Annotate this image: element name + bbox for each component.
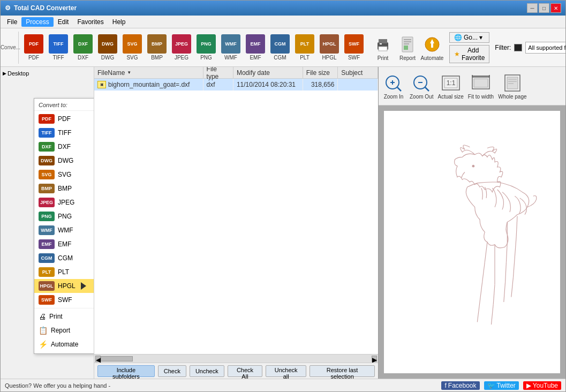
- dxf-icon: DXF: [73, 34, 93, 54]
- menu-file[interactable]: File: [3, 17, 21, 27]
- include-subfolders-button[interactable]: Include subfolders: [97, 365, 155, 377]
- toolbar-cgm[interactable]: CGM CGM: [268, 33, 292, 62]
- ctx-print[interactable]: 🖨 Print: [34, 310, 94, 323]
- ctx-png[interactable]: PNG PNG: [34, 209, 94, 223]
- toolbar-png[interactable]: PNG PNG: [194, 33, 218, 62]
- fit-to-width-button[interactable]: Fit to width: [467, 71, 495, 101]
- youtube-button[interactable]: ▶ YouTube: [523, 381, 561, 390]
- toolbar-dxf[interactable]: DXF DXF: [71, 33, 95, 62]
- fit-to-width-label: Fit to width: [468, 94, 494, 100]
- minimize-button[interactable]: ─: [527, 3, 538, 13]
- cell-subject: [338, 79, 378, 91]
- toolbar-automate[interactable]: Automate: [420, 33, 444, 62]
- toolbar-emf[interactable]: EMF EMF: [244, 33, 267, 62]
- toolbar-hpgl[interactable]: HPGL HPGL: [318, 33, 341, 62]
- ctx-hpgl[interactable]: HPGL HPGL: [34, 279, 94, 293]
- window-controls: ─ □ ✕: [527, 3, 561, 13]
- ctx-dwg[interactable]: DWG DWG: [34, 154, 94, 168]
- uncheck-all-button[interactable]: Uncheck all: [266, 365, 306, 377]
- toolbar-dwg[interactable]: DWG DWG: [96, 33, 119, 62]
- file-list: FileName ▼ File type Modify date File si…: [94, 67, 378, 354]
- ctx-cgm[interactable]: CGM CGM: [34, 251, 94, 265]
- toolbar-swf[interactable]: SWF SWF: [342, 33, 366, 62]
- close-button[interactable]: ✕: [550, 3, 561, 13]
- ctx-pdf[interactable]: PDF PDF: [34, 112, 94, 126]
- menu-help[interactable]: Help: [108, 17, 130, 27]
- uncheck-button[interactable]: Uncheck: [190, 365, 224, 377]
- scroll-right-button[interactable]: ▶: [372, 356, 377, 362]
- ctx-emf[interactable]: EMF EMF: [34, 237, 94, 251]
- svg-line-18: [425, 87, 429, 91]
- facebook-label: Facebook: [448, 382, 477, 389]
- zoom-out-button[interactable]: Zoom Out: [409, 71, 434, 101]
- ctx-wmf[interactable]: WMF WMF: [34, 223, 94, 237]
- menubar: File Process Edit Favorites Help: [1, 16, 565, 28]
- toolbar-tiff[interactable]: TIFF TIFF: [47, 33, 70, 62]
- automate-label: Automate: [421, 55, 444, 61]
- file-row[interactable]: ▣ bighorn_mountain_goat=.dxf dxf 11/10/2…: [94, 79, 378, 91]
- ctx-tiff-label: TIFF: [58, 129, 71, 137]
- ctx-pdf-badge: PDF: [39, 114, 55, 124]
- twitter-label: Twitter: [497, 382, 516, 389]
- ctx-tiff[interactable]: TIFF TIFF: [34, 126, 94, 140]
- file-list-hscrollbar[interactable]: ◀ ▶: [94, 354, 378, 363]
- ctx-bmp-label: BMP: [58, 185, 72, 192]
- toolbar-wmf[interactable]: WMF WMF: [219, 33, 243, 62]
- scroll-left-button[interactable]: ◀: [95, 356, 101, 362]
- report-label: Report: [399, 55, 416, 61]
- ctx-report[interactable]: 📋 Report: [34, 323, 94, 337]
- col-filesize-label: File size: [306, 69, 330, 77]
- dwg-icon: DWG: [98, 34, 117, 54]
- facebook-button[interactable]: f Facebook: [441, 381, 479, 390]
- bmp-icon: BMP: [147, 34, 167, 54]
- ctx-pdf-label: PDF: [58, 115, 71, 123]
- col-subject-label: Subject: [341, 69, 363, 77]
- ctx-jpeg[interactable]: JPEG JPEG: [34, 195, 94, 209]
- maximize-button[interactable]: □: [539, 3, 549, 13]
- svg-line-42: [513, 257, 515, 277]
- toolbar-jpeg[interactable]: JPEG JPEG: [170, 33, 193, 62]
- whole-page-label: Whole page: [498, 94, 526, 100]
- goto-button[interactable]: 🌐 Go... ▾: [449, 32, 489, 43]
- twitter-button[interactable]: 🐦 Twitter: [484, 381, 519, 390]
- ctx-wmf-badge: WMF: [39, 225, 55, 235]
- check-all-button[interactable]: Check All: [228, 365, 263, 377]
- filter-color-box: [514, 44, 522, 51]
- svg-point-48: [472, 165, 474, 167]
- zoom-in-button[interactable]: Zoom In: [381, 71, 406, 101]
- print-label: Print: [378, 55, 389, 61]
- actual-size-button[interactable]: 1:1 Actual size: [436, 71, 464, 101]
- toolbar-report[interactable]: Report: [396, 33, 419, 62]
- col-filename: FileName ▼: [94, 67, 203, 78]
- menu-process[interactable]: Process: [21, 17, 53, 27]
- add-favorite-button[interactable]: ★ Add Favorite: [449, 45, 489, 63]
- ctx-wmf-label: WMF: [58, 227, 73, 234]
- zoom-in-label: Zoom In: [384, 94, 404, 100]
- title-bar-left: ⚙ Total CAD Converter: [5, 4, 77, 12]
- menu-favorites[interactable]: Favorites: [73, 17, 108, 27]
- toolbar-plt[interactable]: PLT PLT: [293, 33, 316, 62]
- ctx-svg[interactable]: SVG SVG: [34, 168, 94, 182]
- restore-last-selection-button[interactable]: Restore last selection: [310, 365, 375, 377]
- report-icon: [396, 34, 419, 55]
- toolbar-print[interactable]: Print: [371, 33, 395, 62]
- scroll-thumb[interactable]: [101, 356, 133, 361]
- ctx-swf[interactable]: SWF SWF: [34, 293, 94, 307]
- filter-select[interactable]: All supported files DXF files DWG files: [525, 42, 565, 54]
- toolbar-svg[interactable]: SVG SVG: [120, 33, 144, 62]
- tree-root[interactable]: ▶ Desktop: [1, 69, 94, 78]
- ctx-automate[interactable]: ⚡ Automate: [34, 337, 94, 351]
- ctx-dxf[interactable]: DXF DXF: [34, 140, 94, 154]
- svg-label: SVG: [126, 55, 138, 61]
- whole-page-button[interactable]: Whole page: [497, 71, 527, 101]
- png-label: PNG: [200, 55, 212, 61]
- ctx-bmp[interactable]: BMP BMP: [34, 182, 94, 195]
- menu-edit[interactable]: Edit: [54, 17, 73, 27]
- filesize-text: 318,656: [311, 81, 334, 88]
- ctx-plt[interactable]: PLT PLT: [34, 265, 94, 279]
- toolbar-pdf[interactable]: PDF PDF: [22, 33, 46, 62]
- preview-area: Zoom In Zoom Out: [378, 67, 565, 379]
- toolbar-bmp[interactable]: BMP BMP: [145, 33, 169, 62]
- ctx-automate-icon: ⚡: [39, 340, 48, 349]
- check-button[interactable]: Check: [158, 365, 186, 377]
